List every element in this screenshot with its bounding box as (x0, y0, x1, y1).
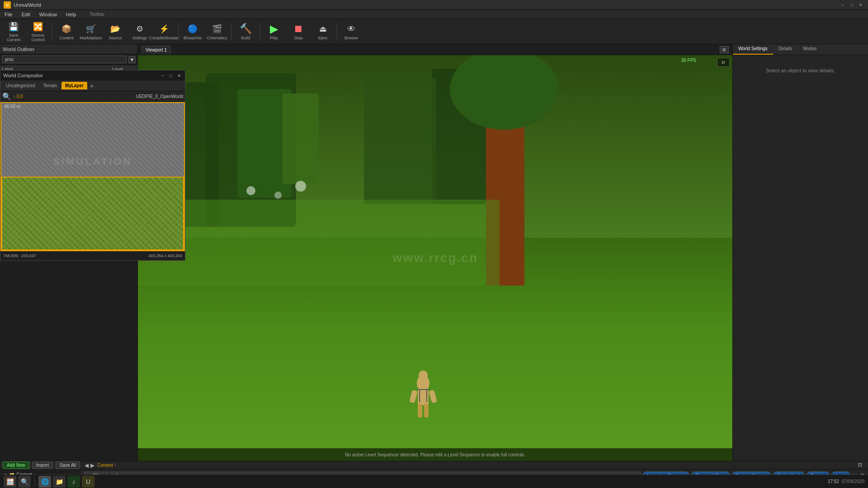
save-label: Save Current (3, 33, 24, 42)
maximize-button[interactable]: □ (848, 2, 855, 8)
cinematics-icon: 🎬 (211, 23, 223, 35)
eject-icon: ⏏ (316, 23, 329, 35)
tab-details[interactable]: Details (773, 44, 798, 55)
taskbar-unreal[interactable]: U (82, 476, 94, 488)
close-button[interactable]: ✕ (857, 2, 864, 8)
wc-maximize-button[interactable]: □ (168, 72, 174, 79)
taskbar-sep-1 (34, 477, 35, 486)
taskbar-start[interactable]: 🪟 (4, 476, 16, 488)
source-control-button[interactable]: 🔀 Source Control (26, 20, 50, 43)
taskbar-chrome[interactable]: 🌐 (38, 476, 51, 488)
compiler-booster-button[interactable]: ⚡ CompilerBooster (152, 20, 176, 43)
search-options-button[interactable]: ▼ (128, 56, 136, 63)
taskbar-date: 07/09/2020 (842, 479, 864, 484)
wc-content[interactable]: 48.00 m SIMULATION (0, 102, 185, 251)
toolbar-divider-3 (231, 23, 231, 41)
eject-button[interactable]: ⏏ Eject (311, 20, 335, 43)
taskbar-spotify[interactable]: ♪ (67, 476, 80, 488)
right-panel-content: Select an object to view details. (733, 55, 868, 461)
outliner-title: World Outliner (3, 47, 34, 52)
browse-button[interactable]: 👁 Browse (340, 20, 363, 43)
stop-button[interactable]: ⏹ Stop (287, 20, 310, 43)
collapse-button[interactable]: ⊡ (858, 462, 865, 469)
details-hint: Select an object to view details. (736, 68, 864, 73)
wc-map-name: UEDPIE_0_OpenWorld (136, 94, 183, 99)
wc-foliage-overlay (1, 177, 184, 250)
menu-window[interactable]: Window (38, 12, 59, 17)
viewport-tab[interactable]: Viewport 1 (142, 46, 171, 54)
cinematics-button[interactable]: 🎬 Cinematics (205, 20, 229, 43)
menu-help[interactable]: Help (64, 12, 78, 17)
wc-coords-bar: 768,599, -233,547 403,254 x 403,263 (0, 251, 185, 260)
build-button[interactable]: 🔨 Build (234, 20, 257, 43)
app-icon: U (4, 1, 11, 9)
taskbar-explorer[interactable]: 📁 (53, 476, 66, 488)
menu-file[interactable]: File (3, 12, 14, 17)
toolbar-divider-4 (259, 23, 260, 41)
wc-search-button[interactable]: 🔍 (2, 92, 11, 101)
viewport-sequencer-overlay: No active Level Sequencer detected. Plea… (138, 448, 732, 461)
compiler-label: CompilerBooster (149, 36, 179, 40)
wc-title: World Compositor (3, 73, 158, 78)
import-button[interactable]: Import (32, 461, 53, 469)
viewport-controls: ⊟ (717, 58, 730, 67)
taskbar-search[interactable]: 🔍 (18, 476, 31, 488)
scene-sky (138, 55, 732, 238)
nav-back-button[interactable]: ◀ (85, 462, 89, 469)
wc-add-tab-button[interactable]: + (90, 82, 94, 89)
world-compositor-panel: World Compositor ─ □ ✕ Uncategorized Ter… (0, 70, 185, 261)
viewport-panel: Viewport 1 ⊞ (138, 44, 732, 461)
wc-minimize-button[interactable]: ─ (160, 72, 166, 79)
outliner-search-input[interactable] (2, 56, 127, 63)
source-icon: 📂 (109, 23, 122, 35)
viewport-layout-toggle[interactable]: ⊟ (717, 58, 730, 67)
save-current-button[interactable]: 💾 Save Current (2, 20, 25, 43)
viewport-canvas[interactable]: 30 FPS www.rrcg.cn ⊟ No active Level Seq… (138, 55, 732, 461)
breadcrumb-content[interactable]: Content (97, 463, 113, 468)
tab-world-settings[interactable]: World Settings (733, 44, 773, 55)
blueprints-button[interactable]: 🔵 Blueprints (181, 20, 204, 43)
wc-pos-display: 48.00 m (4, 104, 20, 109)
build-label: Build (241, 36, 250, 40)
outliner-header: World Outliner (0, 44, 137, 54)
taskbar-right: 17:52 07/09/2020 (828, 479, 864, 484)
marketplace-button[interactable]: 🛒 Marketplace (79, 20, 103, 43)
wc-tabs: Uncategorized Terrain MyLayer + (0, 80, 185, 91)
wc-tab-mylayer[interactable]: MyLayer (61, 82, 87, 89)
app-title: UnrealWorld (14, 2, 839, 8)
settings-button[interactable]: ⚙ Settings (128, 20, 151, 43)
tab-modes[interactable]: Modes (797, 44, 822, 55)
toolbar-divider-5 (337, 23, 337, 41)
stop-icon: ⏹ (292, 23, 305, 35)
wc-tab-uncategorized[interactable]: Uncategorized (2, 82, 38, 89)
menu-bar: File Edit Window Help Toolbar (0, 10, 868, 19)
wc-close-button[interactable]: ✕ (176, 72, 182, 79)
save-all-button[interactable]: Save All (56, 461, 80, 469)
nav-forward-button[interactable]: ▶ (90, 462, 94, 469)
content-button[interactable]: 📦 Content (55, 20, 78, 43)
breadcrumb: Content › (97, 463, 116, 468)
content-icon: 📦 (60, 23, 73, 35)
wc-header: World Compositor ─ □ ✕ (0, 70, 185, 80)
build-icon: 🔨 (239, 23, 252, 35)
source-button[interactable]: 📂 Source (104, 20, 127, 43)
menu-edit[interactable]: Edit (20, 12, 32, 17)
scene-ground (138, 238, 732, 461)
wc-coords-left: 768,599, -233,547 (3, 253, 36, 258)
cinematics-label: Cinematics (207, 36, 227, 40)
wc-tab-terrain[interactable]: Terrain (39, 82, 61, 89)
viewport-header: Viewport 1 ⊞ (138, 44, 732, 55)
taskbar: 🪟 🔍 🌐 📁 ♪ U 17:52 07/09/2020 (0, 474, 868, 488)
source-label: Source (109, 36, 122, 40)
blueprints-label: Blueprints (184, 36, 202, 40)
minimize-button[interactable]: ─ (839, 2, 846, 8)
compiler-icon: ⚡ (158, 23, 170, 35)
outliner-search-bar: ▼ (0, 54, 137, 65)
browse-icon: 👁 (345, 23, 358, 35)
viewport-fps: 30 FPS (681, 58, 696, 63)
right-panel-tabs: World Settings Details Modes (733, 44, 868, 55)
play-button[interactable]: ▶ Play (262, 20, 286, 43)
viewport-overlay-text: No active Level Sequencer detected. Plea… (345, 452, 525, 457)
viewport-layout-button[interactable]: ⊞ (720, 46, 729, 53)
add-new-button[interactable]: Add New (3, 461, 29, 469)
